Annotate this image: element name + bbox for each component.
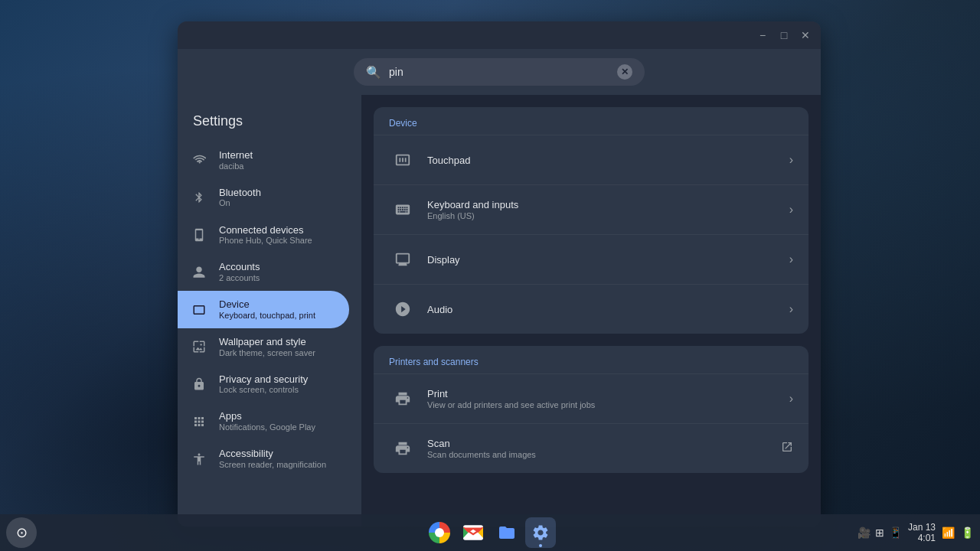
search-bar-area: 🔍 pin ✕ (178, 49, 821, 95)
audio-icon (389, 295, 416, 323)
gmail-logo (463, 525, 483, 540)
sidebar-item-apps-text: Apps Notifications, Google Play (219, 410, 315, 432)
connected-devices-icon (190, 226, 208, 244)
camera-icon: 🎥 (858, 527, 871, 539)
accounts-icon (190, 263, 208, 282)
taskbar-left: ⊙ (6, 517, 37, 548)
phone-icon: 📱 (889, 527, 902, 539)
settings-title: Settings (178, 107, 361, 142)
sidebar-item-connected-devices-text: Connected devices Phone Hub, Quick Share (219, 224, 312, 246)
files-logo (498, 523, 516, 542)
close-button[interactable]: ✕ (796, 26, 815, 44)
minimize-button[interactable]: − (753, 26, 772, 44)
wifi-status-icon: 📶 (942, 527, 955, 539)
scan-icon (389, 435, 416, 462)
scan-external-icon (781, 441, 793, 456)
search-bar: 🔍 pin ✕ (354, 58, 645, 86)
apps-icon (190, 412, 208, 431)
sidebar-item-privacy[interactable]: Privacy and security Lock screen, contro… (178, 366, 349, 403)
scan-text: Scan Scan documents and images (427, 438, 781, 459)
audio-arrow: › (789, 302, 793, 316)
wallpaper-icon (190, 337, 208, 356)
main-content: Device Touchpad › (361, 95, 821, 527)
sidebar-item-wallpaper-text: Wallpaper and style Dark theme, screen s… (219, 336, 315, 358)
search-icon: 🔍 (366, 65, 381, 80)
print-icon (389, 385, 416, 412)
battery-icon: 🔋 (961, 527, 974, 539)
settings-logo (531, 523, 550, 542)
taskbar-right: 🎥 ⊞ 📱 Jan 13 4:01 📶 🔋 (858, 522, 974, 543)
printers-section: Printers and scanners Print View or add … (374, 346, 808, 473)
sidebar-item-accounts-text: Accounts 2 accounts (219, 261, 260, 283)
accessibility-icon (190, 450, 208, 468)
sidebar-item-privacy-text: Privacy and security Lock screen, contro… (219, 373, 308, 396)
sidebar-item-internet-text: Internet daciba (219, 149, 253, 171)
datetime-display: Jan 13 4:01 (908, 522, 936, 543)
sidebar-item-accessibility-text: Accessibility Screen reader, magnificati… (219, 448, 326, 470)
sidebar-item-device-text: Device Keyboard, touchpad, print (219, 298, 315, 321)
audio-text: Audio (427, 304, 789, 315)
keyboard-text: Keyboard and inputs English (US) (427, 199, 789, 220)
screen-capture-icon: ⊞ (875, 527, 884, 539)
touchpad-icon (389, 146, 416, 174)
maximize-button[interactable]: □ (775, 26, 793, 44)
privacy-icon (190, 375, 208, 393)
search-input[interactable]: pin (389, 66, 609, 78)
print-arrow: › (789, 392, 793, 406)
taskbar: ⊙ 🎥 ⊞ 📱 (0, 514, 980, 551)
taskbar-files-icon[interactable] (492, 517, 522, 548)
wifi-icon (190, 151, 208, 169)
print-row[interactable]: Print View or add printers and see activ… (374, 373, 808, 423)
keyboard-icon (389, 196, 416, 223)
touchpad-arrow: › (789, 153, 793, 167)
printers-section-header: Printers and scanners (374, 346, 808, 373)
title-bar: − □ ✕ (178, 21, 821, 49)
sidebar-item-bluetooth[interactable]: Bluetooth On (178, 179, 349, 217)
device-section-header: Device (374, 107, 808, 135)
launcher-button[interactable]: ⊙ (6, 517, 37, 548)
taskbar-gmail-icon[interactable] (458, 517, 488, 548)
window-body: Settings Internet daciba Bluetooth On (178, 95, 821, 527)
touchpad-text: Touchpad (427, 155, 789, 166)
settings-active-indicator (539, 544, 542, 547)
print-text: Print View or add printers and see activ… (427, 388, 789, 409)
taskbar-chrome-icon[interactable] (424, 517, 455, 548)
bluetooth-icon (190, 188, 208, 207)
scan-row[interactable]: Scan Scan documents and images (374, 423, 808, 473)
taskbar-settings-icon[interactable] (525, 517, 556, 548)
search-clear-button[interactable]: ✕ (617, 64, 632, 80)
sidebar-item-device[interactable]: Device Keyboard, touchpad, print (178, 291, 349, 328)
display-row[interactable]: Display › (374, 234, 808, 284)
chrome-logo (429, 522, 450, 543)
status-icons: 🎥 ⊞ 📱 (858, 527, 902, 539)
sidebar-item-connected-devices[interactable]: Connected devices Phone Hub, Quick Share (178, 217, 349, 254)
settings-window: − □ ✕ 🔍 pin ✕ Settings Internet daciba (178, 21, 821, 527)
touchpad-row[interactable]: Touchpad › (374, 135, 808, 184)
time-display: Jan 13 4:01 (908, 522, 936, 543)
sidebar-item-internet[interactable]: Internet daciba (178, 142, 349, 179)
device-icon (190, 301, 208, 319)
display-arrow: › (789, 253, 793, 266)
taskbar-center (424, 517, 556, 548)
display-text: Display (427, 254, 789, 266)
audio-row[interactable]: Audio › (374, 284, 808, 334)
display-icon (389, 246, 416, 273)
sidebar-item-bluetooth-text: Bluetooth On (219, 187, 261, 209)
sidebar-item-wallpaper[interactable]: Wallpaper and style Dark theme, screen s… (178, 328, 349, 366)
sidebar-item-accounts[interactable]: Accounts 2 accounts (178, 253, 349, 291)
sidebar-item-apps[interactable]: Apps Notifications, Google Play (178, 403, 349, 440)
sidebar-item-accessibility[interactable]: Accessibility Screen reader, magnificati… (178, 440, 349, 478)
keyboard-row[interactable]: Keyboard and inputs English (US) › (374, 184, 808, 234)
device-section: Device Touchpad › (374, 107, 808, 334)
sidebar: Settings Internet daciba Bluetooth On (178, 95, 361, 527)
keyboard-arrow: › (789, 203, 793, 217)
